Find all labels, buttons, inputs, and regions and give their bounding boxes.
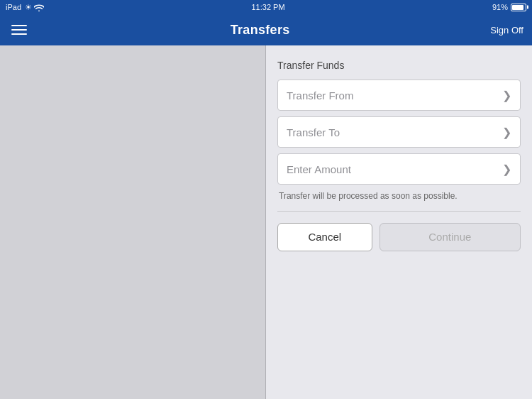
status-right: 91% <box>492 3 526 11</box>
transfer-to-label: Transfer To <box>287 126 502 138</box>
nav-bar: Transfers Sign Off <box>0 14 532 45</box>
page-title: Transfers <box>231 23 290 38</box>
chevron-right-icon: ❯ <box>502 126 511 139</box>
wifi-icon: ☀ <box>25 3 44 12</box>
device-label: iPad <box>6 3 21 11</box>
sidebar <box>0 45 266 399</box>
status-time: 11:32 PM <box>251 3 284 11</box>
main-content: Transfer Funds Transfer From ❯ Transfer … <box>0 45 532 399</box>
continue-button[interactable]: Continue <box>379 223 521 251</box>
enter-amount-label: Enter Amount <box>287 163 502 175</box>
transfer-from-row[interactable]: Transfer From ❯ <box>277 80 521 111</box>
cancel-button[interactable]: Cancel <box>277 223 372 251</box>
right-panel: Transfer Funds Transfer From ❯ Transfer … <box>266 45 532 399</box>
battery-icon <box>511 4 526 11</box>
button-row: Cancel Continue <box>277 223 521 251</box>
battery-fill <box>512 5 523 10</box>
status-bar: iPad ☀ 11:32 PM 91% <box>0 0 532 14</box>
divider <box>277 211 521 212</box>
transfer-from-label: Transfer From <box>287 89 502 102</box>
battery-percent: 91% <box>492 3 508 11</box>
transfer-to-row[interactable]: Transfer To ❯ <box>277 116 521 148</box>
menu-icon[interactable] <box>9 22 30 38</box>
info-text: Transfer will be processed as soon as po… <box>277 190 521 202</box>
section-title: Transfer Funds <box>277 60 521 71</box>
status-left: iPad ☀ <box>6 3 44 12</box>
chevron-right-icon: ❯ <box>502 89 511 102</box>
chevron-right-icon: ❯ <box>502 163 511 176</box>
sign-off-button[interactable]: Sign Off <box>490 25 523 35</box>
enter-amount-row[interactable]: Enter Amount ❯ <box>277 153 521 185</box>
